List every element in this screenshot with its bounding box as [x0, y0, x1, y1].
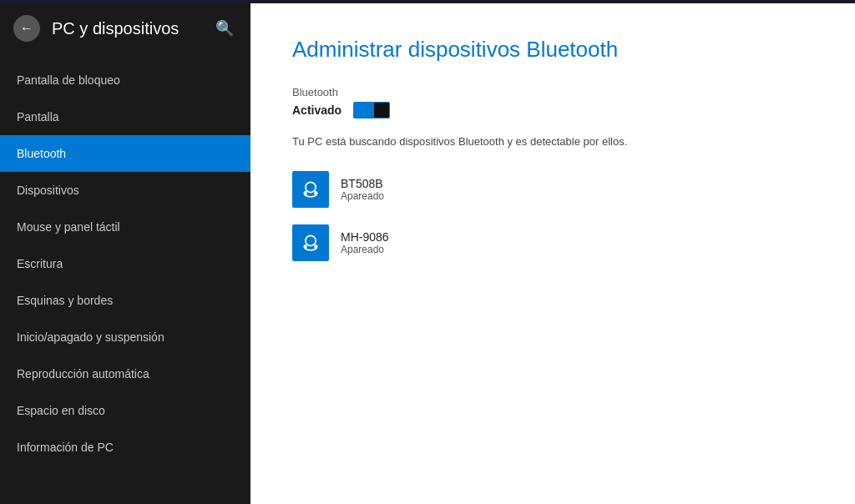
sidebar-header: ← PC y dispositivos 🔍 — [0, 3, 250, 53]
sidebar-item-escritura[interactable]: Escritura — [0, 245, 250, 282]
device-name-mh9086: MH-9086 — [341, 230, 389, 244]
sidebar-item-pantalla[interactable]: Pantalla — [0, 98, 250, 135]
sidebar: ← PC y dispositivos 🔍 Pantalla de bloque… — [0, 3, 250, 504]
device-item-bt508b[interactable]: BT508B Apareado — [292, 171, 813, 208]
status-row: Activado — [292, 102, 813, 118]
svg-point-0 — [306, 182, 316, 192]
device-icon-mh9086 — [292, 224, 329, 261]
description-text: Tu PC está buscando dispositivos Bluetoo… — [292, 135, 813, 148]
search-icon[interactable]: 🔍 — [212, 16, 237, 41]
back-arrow-icon: ← — [20, 22, 33, 35]
sidebar-item-info-pc[interactable]: Información de PC — [0, 429, 250, 466]
sidebar-item-inicio-apagado[interactable]: Inicio/apagado y suspensión — [0, 319, 250, 355]
sidebar-title: PC y dispositivos — [52, 19, 200, 38]
sidebar-item-pantalla-bloqueo[interactable]: Pantalla de bloqueo — [0, 62, 250, 98]
sidebar-item-bluetooth[interactable]: Bluetooth — [0, 135, 250, 172]
sidebar-item-reproduccion[interactable]: Reproducción automática — [0, 355, 250, 392]
device-status-bt508b: Apareado — [341, 190, 384, 202]
status-text: Activado — [292, 103, 341, 117]
bluetooth-section-label: Bluetooth — [292, 86, 813, 98]
device-info-bt508b: BT508B Apareado — [341, 177, 384, 202]
device-status-mh9086: Apareado — [341, 244, 389, 255]
sidebar-item-esquinas-bordes[interactable]: Esquinas y bordes — [0, 282, 250, 319]
device-icon-bt508b — [292, 171, 329, 208]
sidebar-item-espacio-disco[interactable]: Espacio en disco — [0, 392, 250, 429]
sidebar-item-mouse-panel[interactable]: Mouse y panel táctil — [0, 209, 250, 245]
device-item-mh9086[interactable]: MH-9086 Apareado — [292, 224, 813, 261]
back-button[interactable]: ← — [13, 15, 40, 42]
toggle-knob — [374, 103, 389, 118]
main-content: Administrar dispositivos Bluetooth Bluet… — [250, 3, 855, 504]
svg-point-3 — [306, 235, 316, 245]
sidebar-item-dispositivos[interactable]: Dispositivos — [0, 172, 250, 209]
page-title: Administrar dispositivos Bluetooth — [292, 37, 813, 63]
bluetooth-toggle[interactable] — [353, 102, 390, 118]
device-info-mh9086: MH-9086 Apareado — [341, 230, 389, 255]
device-name-bt508b: BT508B — [341, 177, 384, 190]
